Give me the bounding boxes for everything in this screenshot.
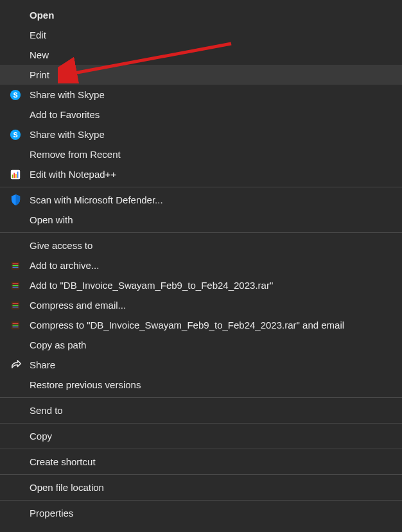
svg-rect-15 bbox=[13, 285, 19, 286]
menu-item-label: Add to Favorites bbox=[30, 109, 100, 120]
menu-item-add-to-rar[interactable]: Add to "DB_Invoice_Swayam_Feb9_to_Feb24_… bbox=[0, 275, 402, 295]
menu-item-label: Edit with Notepad++ bbox=[30, 169, 116, 180]
menu-item-notepad[interactable]: Edit with Notepad++ bbox=[0, 164, 402, 184]
menu-item-open[interactable]: Open bbox=[0, 5, 402, 25]
separator bbox=[0, 423, 402, 424]
separator bbox=[0, 474, 402, 475]
menu-item-label: Send to bbox=[30, 405, 63, 416]
menu-item-label: Copy bbox=[30, 431, 52, 442]
menu-item-label: Compress and email... bbox=[30, 300, 126, 311]
svg-rect-11 bbox=[13, 265, 19, 266]
menu-item-edit[interactable]: Edit bbox=[0, 25, 402, 45]
menu-item-create-shortcut[interactable]: Create shortcut bbox=[0, 452, 402, 472]
svg-text:S: S bbox=[13, 90, 17, 98]
svg-rect-23 bbox=[13, 325, 19, 325]
menu-item-copy[interactable]: Copy bbox=[0, 426, 402, 446]
separator bbox=[0, 232, 402, 233]
menu-item-label: Edit bbox=[30, 30, 46, 40]
svg-rect-16 bbox=[13, 286, 19, 287]
skype-icon: S bbox=[9, 89, 22, 101]
archive-icon bbox=[9, 319, 22, 332]
svg-rect-7 bbox=[15, 174, 17, 178]
menu-item-compress-to-rar[interactable]: Compress to "DB_Invoice_Swayam_Feb9_to_F… bbox=[0, 315, 402, 335]
menu-item-new[interactable]: New bbox=[0, 45, 402, 65]
svg-rect-10 bbox=[13, 263, 19, 264]
archive-icon bbox=[9, 299, 22, 312]
menu-item-share-skype-2[interactable]: SShare with Skype bbox=[0, 124, 402, 144]
menu-item-label: Scan with Microsoft Defender... bbox=[30, 194, 163, 205]
menu-item-add-archive[interactable]: Add to archive... bbox=[0, 255, 402, 275]
svg-rect-20 bbox=[13, 306, 19, 307]
menu-item-label: Add to archive... bbox=[30, 260, 99, 271]
menu-item-label: Restore previous versions bbox=[30, 379, 141, 390]
menu-item-print[interactable]: Print bbox=[0, 65, 402, 85]
menu-item-properties[interactable]: Properties bbox=[0, 503, 402, 523]
menu-item-share[interactable]: Share bbox=[0, 355, 402, 375]
menu-item-add-favorites[interactable]: Add to Favorites bbox=[0, 105, 402, 124]
svg-text:S: S bbox=[13, 130, 17, 138]
menu-item-label: Share with Skype bbox=[30, 129, 105, 140]
skype-icon: S bbox=[9, 128, 22, 141]
menu-item-label: Open file location bbox=[30, 482, 104, 493]
svg-rect-22 bbox=[13, 323, 19, 323]
menu-item-copy-path[interactable]: Copy as path bbox=[0, 335, 402, 355]
svg-rect-14 bbox=[13, 283, 19, 284]
menu-item-remove-recent[interactable]: Remove from Recent bbox=[0, 144, 402, 164]
menu-item-compress-email[interactable]: Compress and email... bbox=[0, 295, 402, 315]
svg-rect-19 bbox=[13, 305, 19, 305]
separator bbox=[0, 187, 402, 187]
menu-item-label: Open bbox=[30, 10, 54, 21]
svg-rect-12 bbox=[13, 266, 19, 267]
menu-item-label: Share bbox=[30, 359, 55, 370]
svg-rect-8 bbox=[17, 171, 19, 178]
menu-item-label: Copy as path bbox=[30, 339, 86, 350]
svg-rect-18 bbox=[13, 303, 19, 304]
menu-item-give-access[interactable]: Give access to bbox=[0, 236, 402, 255]
menu-item-restore-versions[interactable]: Restore previous versions bbox=[0, 375, 402, 395]
notepad-icon bbox=[9, 168, 22, 181]
menu-item-label: Share with Skype bbox=[30, 89, 105, 100]
menu-item-label: Open with bbox=[30, 214, 73, 225]
svg-rect-24 bbox=[13, 326, 19, 327]
menu-item-defender[interactable]: Scan with Microsoft Defender... bbox=[0, 190, 402, 210]
menu-item-open-with[interactable]: Open with bbox=[0, 210, 402, 230]
svg-rect-5 bbox=[12, 175, 13, 178]
shield-icon bbox=[9, 194, 22, 207]
share-icon bbox=[9, 359, 22, 372]
separator bbox=[0, 500, 402, 501]
svg-rect-6 bbox=[13, 173, 15, 178]
menu-item-label: Add to "DB_Invoice_Swayam_Feb9_to_Feb24_… bbox=[30, 280, 273, 291]
menu-item-label: Remove from Recent bbox=[30, 149, 121, 160]
menu-item-label: Compress to "DB_Invoice_Swayam_Feb9_to_F… bbox=[30, 320, 344, 330]
separator bbox=[0, 449, 402, 449]
archive-icon bbox=[9, 259, 22, 272]
menu-item-label: Print bbox=[30, 69, 49, 80]
menu-item-share-skype-1[interactable]: SShare with Skype bbox=[0, 85, 402, 105]
menu-item-label: Properties bbox=[30, 508, 73, 519]
menu-item-open-location[interactable]: Open file location bbox=[0, 477, 402, 497]
context-menu: OpenEditNewPrintSShare with SkypeAdd to … bbox=[0, 0, 402, 523]
menu-item-label: Create shortcut bbox=[30, 456, 96, 467]
separator bbox=[0, 397, 402, 398]
archive-icon bbox=[9, 279, 22, 292]
menu-item-label: New bbox=[30, 49, 49, 60]
menu-item-send-to[interactable]: Send to bbox=[0, 400, 402, 420]
menu-item-label: Give access to bbox=[30, 240, 92, 251]
